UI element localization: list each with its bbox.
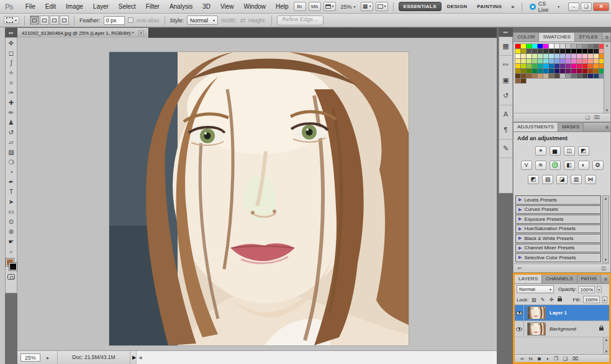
swatch-20[interactable] xyxy=(538,49,543,53)
swatch-70[interactable] xyxy=(549,64,554,68)
lock-transparency-icon[interactable]: ▨ xyxy=(531,297,537,303)
document-tab[interactable]: 421092_61360464.jpg @ 25% (Layer 1, RGB/… xyxy=(17,28,149,38)
screen-mode-button[interactable]: ▾ xyxy=(376,2,388,11)
lock-position-icon[interactable]: ✜ xyxy=(548,297,554,303)
swatch-61[interactable] xyxy=(588,59,593,63)
rotate-3d-tool[interactable]: ⊙ xyxy=(6,217,16,227)
opacity-slider-arrow[interactable]: ▸ xyxy=(597,286,602,293)
quick-mask-button[interactable] xyxy=(7,274,15,280)
levels-icon[interactable]: ▅ xyxy=(550,146,561,156)
swatch-77[interactable] xyxy=(588,64,593,68)
tab-styles[interactable]: STYLES xyxy=(575,33,602,42)
zoom-level-dropdown[interactable]: 25%▾ xyxy=(338,4,358,10)
brightness-contrast-icon[interactable]: ☀ xyxy=(535,146,546,156)
clone-stamp-tool[interactable]: ♟ xyxy=(6,118,16,128)
minimize-button[interactable]: – xyxy=(568,2,579,11)
swatch-108[interactable] xyxy=(582,74,587,78)
swatch-75[interactable] xyxy=(577,64,582,68)
swatch-62[interactable] xyxy=(594,59,599,63)
workspace-essentials[interactable]: ESSENTIALS xyxy=(399,2,441,11)
delete-swatch-icon[interactable]: ⌧ xyxy=(594,115,600,120)
workspace-overflow-button[interactable]: » xyxy=(509,4,517,10)
style-dropdown[interactable]: Normal▾ xyxy=(187,16,218,25)
swatch-88[interactable] xyxy=(560,69,565,73)
canvas-image[interactable] xyxy=(109,52,409,345)
channel-mixer-icon[interactable]: ❂ xyxy=(592,161,604,170)
gradient-tool[interactable]: ▨ xyxy=(6,148,16,158)
layer-visibility-toggle[interactable] xyxy=(515,305,524,321)
close-button[interactable]: ✕ xyxy=(593,2,609,11)
swatch-89[interactable] xyxy=(566,69,571,73)
status-zoom-input[interactable]: 25% xyxy=(20,353,40,362)
swatch-105[interactable] xyxy=(566,74,571,78)
character-icon[interactable]: A xyxy=(499,107,512,122)
threshold-icon[interactable]: ◪ xyxy=(556,175,568,184)
swatch-23[interactable] xyxy=(554,49,559,53)
adjustment-layer-icon[interactable]: ◑ xyxy=(546,355,549,363)
menu-analysis[interactable]: Analysis xyxy=(165,0,197,13)
swatch-14[interactable] xyxy=(594,44,599,48)
swatch-72[interactable] xyxy=(560,64,565,68)
swatch-2[interactable] xyxy=(527,44,532,48)
move-tool[interactable]: ✜ xyxy=(6,38,16,48)
swatch-109[interactable] xyxy=(588,74,593,78)
paragraph-icon[interactable]: ¶ xyxy=(499,122,512,138)
history-icon[interactable]: ↺ xyxy=(499,88,512,104)
layer-group-icon[interactable]: ❐ xyxy=(554,355,558,363)
quick-selection-tool[interactable]: ✧ xyxy=(6,68,16,78)
swatch-59[interactable] xyxy=(577,59,582,63)
panel-menu-icon[interactable]: ≡ xyxy=(602,275,609,283)
invert-icon[interactable]: ◩ xyxy=(528,175,539,184)
layer-style-icon[interactable]: fx xyxy=(529,355,533,363)
swatch-28[interactable] xyxy=(582,49,587,53)
swatch-56[interactable] xyxy=(560,59,565,63)
swatch-106[interactable] xyxy=(571,74,576,78)
link-layers-icon[interactable]: ∞ xyxy=(520,355,524,363)
swatch-76[interactable] xyxy=(582,64,587,68)
swatch-29[interactable] xyxy=(588,49,593,53)
swatch-107[interactable] xyxy=(577,74,582,78)
crop-tool[interactable]: ⌗ xyxy=(6,78,16,88)
eyedropper-tool[interactable]: ✑ xyxy=(6,88,16,98)
swatch-26[interactable] xyxy=(571,49,576,53)
preset-channel-mixer-presets[interactable]: ▶Channel Mixer Presets xyxy=(515,244,601,253)
swatch-37[interactable] xyxy=(543,54,548,58)
swatch-11[interactable] xyxy=(577,44,582,48)
feather-input[interactable]: 0 px xyxy=(104,16,125,25)
swatch-71[interactable] xyxy=(554,64,559,68)
menu-help[interactable]: Help xyxy=(271,0,294,13)
swatch-92[interactable] xyxy=(582,69,587,73)
curves-icon[interactable]: ◫ xyxy=(564,146,575,156)
hue-saturation-icon[interactable]: ≋ xyxy=(535,161,546,170)
swatch-51[interactable] xyxy=(532,59,537,63)
menu-file[interactable]: File xyxy=(20,0,40,13)
swatch-82[interactable] xyxy=(527,69,532,73)
swatch-74[interactable] xyxy=(571,64,576,68)
new-swatch-icon[interactable]: ❏ xyxy=(586,115,590,120)
swatch-85[interactable] xyxy=(543,69,548,73)
hand-tool[interactable]: ☛ xyxy=(6,237,16,247)
view-extras-button[interactable]: ▾ xyxy=(324,2,336,11)
swatch-16[interactable] xyxy=(515,49,520,53)
swatch-7[interactable] xyxy=(554,44,559,48)
tab-layers[interactable]: LAYERS xyxy=(515,275,542,283)
swatch-21[interactable] xyxy=(543,49,548,53)
menu-view[interactable]: View xyxy=(215,0,239,13)
menu-layer[interactable]: Layer xyxy=(88,0,114,13)
clone-source-icon[interactable]: ▣ xyxy=(499,73,512,88)
new-layer-icon[interactable]: ❏ xyxy=(563,355,568,363)
swatch-42[interactable] xyxy=(571,54,576,58)
color-balance-icon[interactable]: ♎ xyxy=(550,161,561,170)
swatch-91[interactable] xyxy=(577,69,582,73)
swatch-113[interactable] xyxy=(521,79,526,83)
swatch-6[interactable] xyxy=(549,44,554,48)
swatch-34[interactable] xyxy=(527,54,532,58)
workspace-design[interactable]: DESIGN xyxy=(443,2,471,11)
lock-all-icon[interactable] xyxy=(558,298,562,301)
restore-button[interactable]: ❏ xyxy=(581,2,592,11)
swatch-32[interactable] xyxy=(515,54,520,58)
swatch-52[interactable] xyxy=(538,59,543,63)
swatch-55[interactable] xyxy=(554,59,559,63)
tab-swatches[interactable]: SWATCHES xyxy=(539,33,574,42)
tool-preset-picker[interactable]: ▾ xyxy=(4,16,19,24)
